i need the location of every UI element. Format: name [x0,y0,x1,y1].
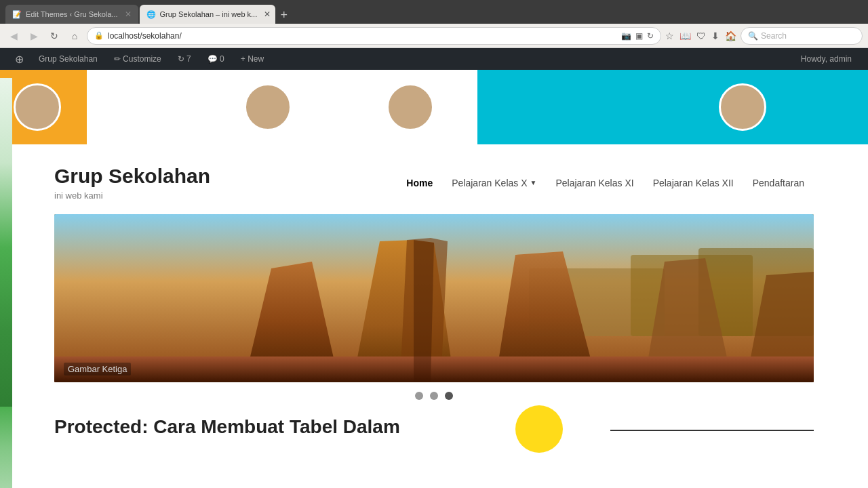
new-tab-button[interactable]: + [277,8,292,22]
tab1-label: Edit Themes ‹ Gru Sekola... [26,10,118,18]
avatar-3 [387,83,434,131]
nav-pelajaran-xi[interactable]: Pelajaran Kelas XI [546,172,643,194]
cursor-circle [515,405,563,453]
reload-button[interactable]: ↻ [46,28,62,44]
reading-list-icon[interactable]: 📖 [679,30,691,41]
lock-icon: 🔒 [94,31,104,40]
site-title: Grup Sekolahan [54,165,210,188]
new-label: + New [241,54,264,64]
nav-pelajaran-xii[interactable]: Pelajaran Kelas XII [644,172,743,194]
tab1-close[interactable]: ✕ [125,9,132,19]
site-header: Grup Sekolahan ini web kami Home Pelajar… [0,144,868,214]
search-icon: 🔍 [748,31,758,41]
nav-pelajaran-x[interactable]: Pelajaran Kelas X ▼ [442,172,546,194]
avatar-2 [244,83,292,131]
browser-chrome: 📝 Edit Themes ‹ Gru Sekola... ✕ 🌐 Grup S… [0,0,868,24]
tab2-label: Grup Sekolahan – ini web k... [160,10,258,18]
url-text: localhost/sekolahan/ [108,31,617,41]
home-button[interactable]: ⌂ [66,28,83,44]
site-nav: Home Pelajaran Kelas X ▼ Pelajaran Kelas… [397,172,814,194]
bookmark-star-icon[interactable]: ☆ [665,30,674,41]
tab-edit-themes[interactable]: 📝 Edit Themes ‹ Gru Sekola... ✕ [5,5,138,24]
download-icon[interactable]: ⬇ [711,30,719,41]
post-title-area: Protected: Cara Membuat Tabel Dalam [0,409,868,438]
updates-label: ↻ 7 [178,54,191,64]
svg-marker-11 [414,240,434,382]
post-title: Protected: Cara Membuat Tabel Dalam [54,416,400,438]
site-tagline: ini web kami [54,190,210,201]
post-divider [610,430,814,431]
nav-home-icon[interactable]: 🏠 [725,30,736,41]
search-bar[interactable]: 🔍 Search [741,27,863,45]
address-bar[interactable]: 🔒 localhost/sekolahan/ 📷 ▣ ↻ [87,27,661,45]
wordpress-icon: ⊕ [15,53,24,66]
slider-dot-1[interactable] [415,392,423,400]
nav-bar: ◀ ▶ ↻ ⌂ 🔒 localhost/sekolahan/ 📷 ▣ ↻ ☆ 📖… [0,24,868,48]
comments-label: 💬 0 [208,54,224,64]
avatar-4 [719,83,766,131]
back-button[interactable]: ◀ [5,28,22,44]
wp-comments[interactable]: 💬 0 [199,48,233,70]
tab2-favicon: 🌐 [146,10,156,19]
search-placeholder: Search [761,31,787,41]
site-title-area: Grup Sekolahan ini web kami [54,165,210,201]
wp-site-name-label: Grup Sekolahan [39,54,98,64]
tab-grup-sekolahan[interactable]: 🌐 Grup Sekolahan – ini web k... ✕ [140,5,275,24]
hero-image [54,214,814,382]
nav-home[interactable]: Home [397,172,442,194]
reader-icon: ▣ [635,31,643,41]
shield-icon[interactable]: 🛡 [696,30,706,41]
wp-customize[interactable]: ✏ Customize [106,48,170,70]
left-sidebar-strip [0,78,12,417]
customize-label: ✏ Customize [114,54,161,64]
wp-site-name[interactable]: Grup Sekolahan [31,48,106,70]
avatar-1 [14,83,61,131]
wp-updates[interactable]: ↻ 7 [170,48,199,70]
header-color-strip [0,70,868,144]
video-icon: 📷 [621,31,631,41]
left-sidebar-strip2 [0,407,12,488]
wp-logo-button[interactable]: ⊕ [8,48,31,70]
hero-slider: Gambar Ketiga [54,214,814,382]
refresh-icon[interactable]: ↻ [647,31,654,41]
tab2-close[interactable]: ✕ [264,9,271,19]
nav-pendaftaran[interactable]: Pendaftaran [743,172,814,194]
forward-button[interactable]: ▶ [26,28,42,44]
hero-caption: Gambar Ketiga [64,363,131,375]
wp-new[interactable]: + New [233,48,272,70]
tab1-favicon: 📝 [12,10,22,19]
dropdown-icon: ▼ [530,179,537,186]
tab-bar: 📝 Edit Themes ‹ Gru Sekola... ✕ 🌐 Grup S… [5,0,292,24]
slider-dot-2[interactable] [430,392,438,400]
nav-icons-right: ☆ 📖 🛡 ⬇ 🏠 [665,30,736,41]
slider-dot-3[interactable] [445,392,453,400]
svg-rect-10 [54,357,814,382]
slider-dots [0,392,868,400]
wp-admin-bar: ⊕ Grup Sekolahan ✏ Customize ↻ 7 💬 0 + N… [0,48,868,70]
howdy-text: Howdy, admin [793,54,860,64]
